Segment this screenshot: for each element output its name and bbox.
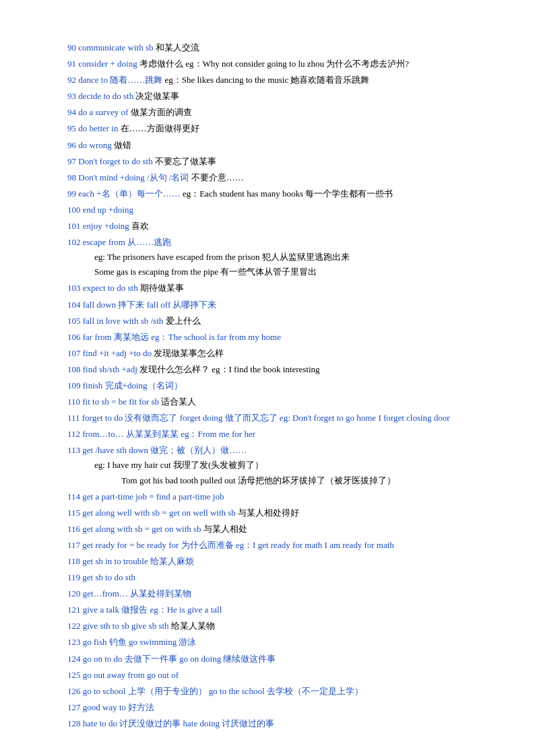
list-item: 108 find sb/sth +adj 发现什么怎么样？ eg：I find …	[67, 362, 468, 377]
list-item: 115 get along well with sb = get on well…	[67, 506, 468, 520]
list-item: 106 far from 离某地远 eg：The school is far f…	[67, 330, 468, 345]
list-item: 124 go on to do 去做下一件事 go on doing 继续做这件…	[67, 652, 468, 666]
list-item: 95 do better in 在……方面做得更好	[67, 121, 468, 136]
list-item: 117 get ready for = be ready for 为什么而准备 …	[67, 538, 468, 553]
list-item: 120 get…from… 从某处得到某物	[67, 586, 468, 601]
list-item: 105 fall in love with sb /sth 爱上什么	[67, 314, 468, 329]
list-item: 107 find +it +adj +to do 发现做某事怎么样	[67, 346, 468, 361]
list-item: 91 consider + doing 考虑做什么 eg：Why not con…	[67, 57, 468, 71]
list-item: 109 finish 完成+doing（名词）	[67, 378, 468, 393]
list-item: 112 from…to… 从某某到某某 eg：From me for her	[67, 427, 468, 442]
list-item: 111 forget to do 没有做而忘了 forget doing 做了而…	[67, 411, 468, 425]
list-item: 103 expect to do sth 期待做某事	[67, 281, 468, 296]
list-item: 90 communicate with sb 和某人交流	[67, 40, 468, 55]
list-item: 98 Don't mind +doing /从句 /名词 不要介意……	[67, 170, 468, 185]
list-item: 128 hate to do 讨厌没做过的事 hate doing 讨厌做过的事	[67, 716, 468, 731]
list-item: 104 fall down 摔下来 fall off 从哪摔下来	[67, 298, 468, 312]
list-item: 118 get sb in to trouble 给某人麻烦	[67, 554, 468, 569]
list-item: 93 decide to do sth 决定做某事	[67, 89, 468, 104]
list-item: 102 escape from 从……逃跑eg: The prisoners h…	[67, 235, 468, 279]
list-item: 101 enjoy +doing 喜欢	[67, 219, 468, 234]
list-item: 110 fit to sb = be fit for sb 适合某人	[67, 394, 468, 409]
list-item: 99 each +名（单）每一个…… eg：Each student has m…	[67, 186, 468, 201]
list-item: 94 do a survey of 做某方面的调查	[67, 105, 468, 120]
list-item: 97 Don't forget to do sth 不要忘了做某事	[67, 154, 468, 169]
main-content: 90 communicate with sb 和某人交流91 consider …	[67, 40, 468, 731]
list-item: 119 get sb to do sth	[67, 570, 468, 585]
list-item: 122 give sth to sb give sb sth 给某人某物	[67, 619, 468, 633]
list-item: 127 good way to 好方法	[67, 700, 468, 715]
list-item: 123 go fish 钓鱼 go swimming 游泳	[67, 635, 468, 650]
list-item: 113 get /have sth down 做完；被（别人）做……eg: I …	[67, 443, 468, 487]
list-item: 116 get along with sb = get on with sb 与…	[67, 522, 468, 537]
list-item: 100 end up +doing	[67, 203, 468, 217]
list-item: 126 go to school 上学（用于专业的） go to the sch…	[67, 684, 468, 699]
list-item: 121 give a talk 做报告 eg：He is give a tall	[67, 603, 468, 617]
list-item: 92 dance to 随着……跳舞 eg：She likes dancing …	[67, 73, 468, 88]
list-item: 125 go out away from go out of	[67, 668, 468, 683]
list-item: 114 get a part-time job = find a part-ti…	[67, 489, 468, 504]
list-item: 96 do wrong 做错	[67, 138, 468, 153]
